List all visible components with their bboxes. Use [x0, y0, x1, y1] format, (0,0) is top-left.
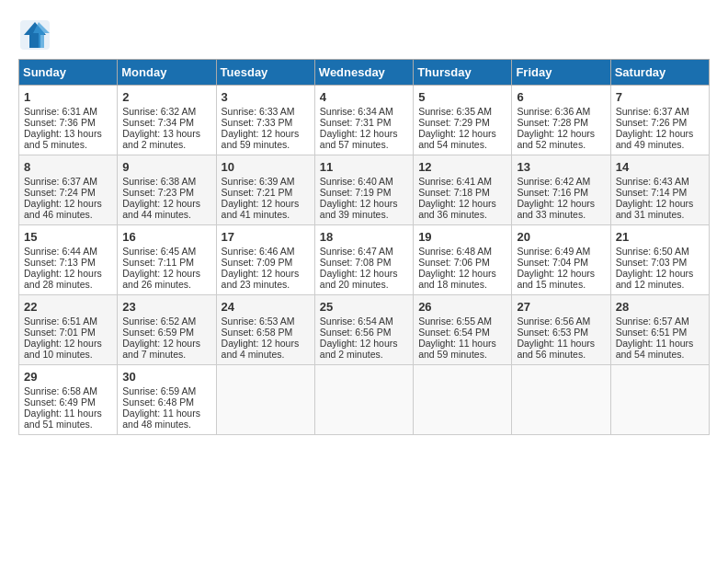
- day-detail: Sunrise: 6:48 AM: [418, 246, 506, 257]
- day-number: 2: [122, 90, 210, 104]
- calendar-cell: 4Sunrise: 6:34 AMSunset: 7:31 PMDaylight…: [314, 86, 413, 155]
- day-detail: Daylight: 12 hours: [222, 268, 310, 279]
- day-detail: Sunset: 7:24 PM: [24, 187, 112, 198]
- calendar-week-1: 1Sunrise: 6:31 AMSunset: 7:36 PMDaylight…: [19, 86, 710, 155]
- calendar-cell: 15Sunrise: 6:44 AMSunset: 7:13 PMDayligh…: [19, 225, 118, 295]
- day-detail: Sunset: 6:53 PM: [517, 327, 605, 338]
- day-number: 6: [517, 90, 605, 104]
- calendar-cell: 11Sunrise: 6:40 AMSunset: 7:19 PMDayligh…: [314, 155, 413, 225]
- day-detail: Sunset: 7:01 PM: [24, 327, 112, 338]
- day-detail: Daylight: 12 hours: [24, 338, 112, 349]
- day-detail: Sunset: 7:21 PM: [222, 187, 310, 198]
- day-detail: Sunset: 7:04 PM: [517, 257, 605, 268]
- calendar-cell: 2Sunrise: 6:32 AMSunset: 7:34 PMDaylight…: [118, 86, 216, 155]
- day-detail: Sunrise: 6:54 AM: [320, 316, 408, 327]
- day-detail: and 10 minutes.: [24, 349, 112, 360]
- calendar-cell: [314, 365, 413, 435]
- day-detail: Sunset: 6:48 PM: [122, 396, 210, 408]
- day-detail: Sunrise: 6:58 AM: [24, 385, 112, 396]
- calendar-cell: 24Sunrise: 6:53 AMSunset: 6:58 PMDayligh…: [216, 295, 314, 365]
- day-detail: and 33 minutes.: [517, 209, 605, 220]
- calendar-cell: 12Sunrise: 6:41 AMSunset: 7:18 PMDayligh…: [414, 155, 512, 225]
- day-detail: and 44 minutes.: [122, 209, 210, 220]
- day-detail: Daylight: 12 hours: [320, 128, 408, 139]
- calendar-table: SundayMondayTuesdayWednesdayThursdayFrid…: [18, 59, 710, 435]
- day-detail: and 23 minutes.: [222, 279, 310, 290]
- day-detail: Sunrise: 6:50 AM: [616, 246, 704, 257]
- day-detail: Sunset: 6:56 PM: [320, 327, 408, 338]
- calendar-cell: 17Sunrise: 6:46 AMSunset: 7:09 PMDayligh…: [216, 225, 314, 295]
- day-number: 1: [24, 90, 112, 104]
- day-detail: Daylight: 12 hours: [616, 198, 704, 209]
- day-detail: Daylight: 12 hours: [320, 198, 408, 209]
- day-number: 15: [24, 230, 112, 244]
- day-detail: and 54 minutes.: [616, 349, 704, 360]
- day-detail: Sunrise: 6:37 AM: [24, 176, 112, 187]
- day-detail: and 49 minutes.: [616, 139, 704, 150]
- day-detail: and 31 minutes.: [616, 209, 704, 220]
- day-detail: Daylight: 11 hours: [24, 408, 112, 419]
- day-detail: Daylight: 12 hours: [320, 338, 408, 349]
- calendar-cell: 28Sunrise: 6:57 AMSunset: 6:51 PMDayligh…: [610, 295, 709, 365]
- page-header: [18, 18, 710, 52]
- col-header-monday: Monday: [118, 60, 216, 86]
- day-detail: and 36 minutes.: [418, 209, 506, 220]
- day-detail: Sunset: 6:49 PM: [24, 396, 112, 408]
- day-detail: Daylight: 11 hours: [122, 408, 210, 419]
- calendar-cell: 23Sunrise: 6:52 AMSunset: 6:59 PMDayligh…: [118, 295, 216, 365]
- day-detail: Sunrise: 6:45 AM: [122, 246, 210, 257]
- day-detail: Sunrise: 6:41 AM: [418, 176, 506, 187]
- day-detail: Daylight: 11 hours: [517, 338, 605, 349]
- day-detail: and 28 minutes.: [24, 279, 112, 290]
- day-number: 28: [616, 300, 704, 314]
- calendar-cell: 13Sunrise: 6:42 AMSunset: 7:16 PMDayligh…: [512, 155, 610, 225]
- day-number: 17: [222, 230, 310, 244]
- day-detail: Daylight: 12 hours: [418, 128, 506, 139]
- day-detail: and 46 minutes.: [24, 209, 112, 220]
- day-detail: Sunrise: 6:51 AM: [24, 316, 112, 327]
- day-number: 21: [616, 230, 704, 244]
- calendar-cell: [610, 365, 709, 435]
- col-header-thursday: Thursday: [414, 60, 512, 86]
- day-number: 29: [24, 370, 112, 384]
- day-detail: Daylight: 12 hours: [616, 268, 704, 279]
- day-number: 7: [616, 90, 704, 104]
- day-detail: and 12 minutes.: [616, 279, 704, 290]
- day-detail: and 2 minutes.: [122, 139, 210, 150]
- day-number: 22: [24, 300, 112, 314]
- calendar-cell: 29Sunrise: 6:58 AMSunset: 6:49 PMDayligh…: [19, 365, 118, 435]
- day-detail: and 7 minutes.: [122, 349, 210, 360]
- calendar-week-3: 15Sunrise: 6:44 AMSunset: 7:13 PMDayligh…: [19, 225, 710, 295]
- day-detail: and 15 minutes.: [517, 279, 605, 290]
- day-detail: Sunrise: 6:35 AM: [418, 106, 506, 117]
- day-detail: Sunrise: 6:44 AM: [24, 246, 112, 257]
- calendar-cell: 5Sunrise: 6:35 AMSunset: 7:29 PMDaylight…: [414, 86, 512, 155]
- day-detail: Sunrise: 6:42 AM: [517, 176, 605, 187]
- logo: [18, 18, 57, 52]
- calendar-cell: 25Sunrise: 6:54 AMSunset: 6:56 PMDayligh…: [314, 295, 413, 365]
- day-detail: Sunrise: 6:36 AM: [517, 106, 605, 117]
- day-number: 26: [418, 300, 506, 314]
- day-detail: Daylight: 12 hours: [616, 128, 704, 139]
- day-detail: Sunrise: 6:52 AM: [122, 316, 210, 327]
- day-detail: Sunset: 7:11 PM: [122, 257, 210, 268]
- day-number: 11: [320, 160, 408, 174]
- calendar-cell: 14Sunrise: 6:43 AMSunset: 7:14 PMDayligh…: [610, 155, 709, 225]
- day-detail: Sunset: 7:29 PM: [418, 117, 506, 128]
- day-detail: Daylight: 13 hours: [24, 128, 112, 139]
- calendar-cell: 18Sunrise: 6:47 AMSunset: 7:08 PMDayligh…: [314, 225, 413, 295]
- day-detail: Sunset: 7:23 PM: [122, 187, 210, 198]
- day-detail: Daylight: 11 hours: [418, 338, 506, 349]
- day-number: 30: [122, 370, 210, 384]
- day-detail: Sunset: 7:16 PM: [517, 187, 605, 198]
- col-header-wednesday: Wednesday: [314, 60, 413, 86]
- day-number: 20: [517, 230, 605, 244]
- day-detail: and 39 minutes.: [320, 209, 408, 220]
- calendar-cell: 8Sunrise: 6:37 AMSunset: 7:24 PMDaylight…: [19, 155, 118, 225]
- day-number: 16: [122, 230, 210, 244]
- day-number: 10: [222, 160, 310, 174]
- calendar-cell: 7Sunrise: 6:37 AMSunset: 7:26 PMDaylight…: [610, 86, 709, 155]
- day-detail: Sunrise: 6:31 AM: [24, 106, 112, 117]
- day-detail: and 57 minutes.: [320, 139, 408, 150]
- calendar-cell: 19Sunrise: 6:48 AMSunset: 7:06 PMDayligh…: [414, 225, 512, 295]
